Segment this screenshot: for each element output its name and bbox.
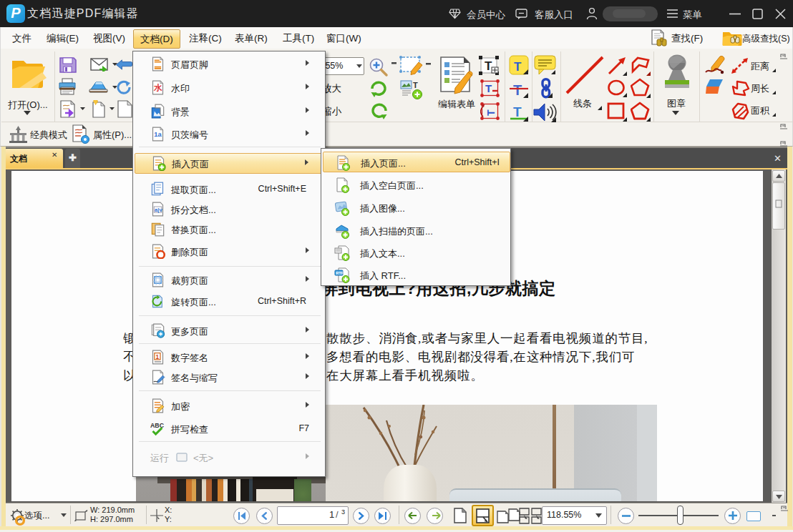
svg-text:水: 水 bbox=[153, 83, 162, 92]
svg-text:RTF: RTF bbox=[336, 271, 344, 275]
svg-text:T: T bbox=[485, 109, 497, 116]
svg-text:1: 1 bbox=[156, 354, 160, 360]
svg-text:T: T bbox=[514, 60, 522, 74]
svg-text:T: T bbox=[513, 104, 522, 119]
svg-text:T: T bbox=[413, 81, 418, 89]
svg-text:T: T bbox=[485, 59, 492, 73]
svg-text:1a: 1a bbox=[154, 131, 162, 138]
svg-text:T: T bbox=[485, 82, 492, 94]
svg-text:a|v: a|v bbox=[155, 207, 162, 213]
svg-text:T: T bbox=[513, 82, 522, 98]
